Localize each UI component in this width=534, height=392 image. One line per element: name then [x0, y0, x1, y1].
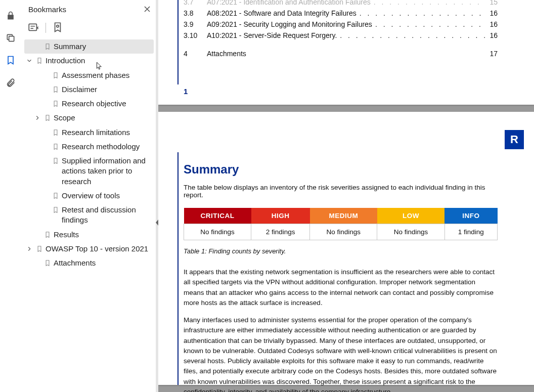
toc-dots: . . . . . . . . . . . . . . . . . . . . …	[357, 9, 485, 17]
toc-row[interactable]: 3.9A09:2021 - Security Logging and Monit…	[184, 20, 498, 28]
toc-num: 3.8	[184, 9, 207, 17]
toc-dots: . . . . . . . . . . . . . . . . . . . . …	[371, 0, 485, 6]
tree-label: Introduction	[46, 56, 152, 66]
bookmark-glyph-icon	[43, 259, 52, 267]
tree-item-attachments[interactable]: Attachments	[24, 256, 154, 270]
toc-title: A08:2021 - Software and Data Integrity F…	[207, 9, 357, 17]
bookmark-glyph-icon	[43, 114, 52, 122]
bookmark-glyph-icon	[52, 128, 60, 137]
toc-title: A07:2021 - Identification and Authentica…	[207, 0, 371, 6]
toc-page: 16	[485, 9, 498, 17]
tree-label: Research objective	[62, 99, 152, 109]
sev-cell: No findings	[184, 224, 251, 240]
chevron-right-icon[interactable]	[25, 245, 33, 253]
tree-item-summary[interactable]: Summary	[24, 39, 154, 54]
sev-cell: No findings	[310, 224, 377, 240]
app-root: Bookmarks Summary Introducti	[0, 0, 534, 392]
tree-label: Assessment phases	[62, 70, 152, 80]
bookmark-glyph-icon	[52, 157, 60, 165]
copy-icon[interactable]	[5, 32, 16, 43]
tree-item[interactable]: Research objective	[24, 97, 154, 111]
document-viewer[interactable]: 3.7A07:2021 - Identification and Authent…	[158, 0, 534, 392]
tree-item[interactable]: Supplied information and actions taken p…	[24, 154, 154, 189]
toc-num: 3.10	[184, 31, 207, 39]
toc-row[interactable]: 4Attachments.17	[184, 50, 498, 58]
options-icon[interactable]	[27, 21, 40, 34]
bookmark-glyph-icon	[52, 192, 60, 200]
tree-item-introduction[interactable]: Introduction	[24, 54, 154, 68]
toc-row[interactable]: 3.10A10:2021 - Server-Side Request Forge…	[184, 31, 498, 39]
margin-rule	[177, 152, 179, 385]
chevron-down-icon[interactable]	[25, 57, 33, 65]
sev-head-high: HIGH	[251, 208, 310, 224]
tree-item-owasp[interactable]: OWASP Top 10 - version 2021	[24, 242, 154, 256]
sev-cell: 2 findings	[251, 224, 310, 240]
chevron-right-icon[interactable]	[33, 114, 41, 122]
toc-block: 3.7A07:2021 - Identification and Authent…	[184, 0, 498, 61]
svg-rect-1	[29, 24, 36, 30]
toc-dots: . . . . . . . . . . . . . . . . . . . . …	[372, 20, 485, 28]
panel-header: Bookmarks	[21, 0, 156, 18]
tree-item[interactable]: Overview of tools	[24, 189, 154, 203]
tree-label: Summary	[54, 41, 152, 52]
toc-title: A10:2021 - Server-Side Request Forgery.	[207, 31, 337, 39]
tree-label: Research limitations	[62, 127, 152, 138]
page-2: R Summary The table below displays an in…	[158, 112, 534, 385]
toc-page: 15	[485, 0, 498, 6]
tree-item[interactable]: Retest and discussion findings	[24, 203, 154, 228]
toc-num: 3.9	[184, 20, 207, 28]
tree-label: Research methodology	[62, 142, 152, 152]
tree-label: Results	[54, 230, 152, 240]
tree-item[interactable]: Assessment phases	[24, 68, 154, 82]
toc-num: 4	[184, 50, 207, 58]
bookmark-glyph-icon	[35, 245, 43, 253]
tree-label: Overview of tools	[62, 191, 152, 201]
sev-cell: 1 finding	[444, 224, 497, 240]
bookmark-glyph-icon	[52, 100, 60, 108]
tree-label: Supplied information and actions taken p…	[62, 156, 152, 187]
tree-item[interactable]: Research limitations	[24, 125, 154, 140]
margin-rule	[177, 0, 179, 84]
bookmark-icon[interactable]	[5, 55, 16, 66]
tree-item[interactable]: Disclaimer	[24, 82, 154, 97]
toc-row[interactable]: 3.7A07:2021 - Identification and Authent…	[184, 0, 498, 6]
toc-row[interactable]: 3.8A08:2021 - Software and Data Integrit…	[184, 9, 498, 17]
brand-badge: R	[505, 130, 524, 149]
attachment-icon[interactable]	[5, 77, 16, 88]
panel-toolbar	[21, 18, 156, 38]
bookmark-tree: Summary Introduction Assessment phases D…	[21, 38, 156, 392]
tree-item-results[interactable]: Results	[24, 228, 154, 242]
tree-label: OWASP Top 10 - version 2021	[46, 244, 152, 254]
toc-num: 3.7	[184, 0, 207, 6]
toc-page: 16	[485, 31, 498, 39]
bookmark-glyph-icon	[52, 206, 60, 214]
svg-rect-0	[9, 36, 14, 41]
bookmark-glyph-icon	[52, 85, 60, 94]
bookmark-glyph-icon	[52, 143, 60, 151]
table-caption: Table 1: Finding counts by severity.	[184, 247, 498, 255]
toc-title: A09:2021 - Security Logging and Monitori…	[207, 20, 372, 28]
bookmark-glyph-icon	[52, 71, 60, 79]
bookmarks-panel: Bookmarks Summary Introducti	[21, 0, 156, 392]
sev-head-medium: MEDIUM	[310, 208, 377, 224]
sev-head-info: INFO	[444, 208, 497, 224]
page-1: 3.7A07:2021 - Identification and Authent…	[158, 0, 534, 105]
current-bookmark-icon[interactable]	[51, 21, 64, 34]
severity-table: CRITICAL HIGH MEDIUM LOW INFO No finding…	[184, 208, 498, 240]
toolbar-separator	[46, 23, 46, 33]
tree-item-scope[interactable]: Scope	[24, 111, 154, 125]
tree-label: Retest and discussion findings	[62, 205, 152, 226]
toc-page: 16	[485, 20, 498, 28]
sev-cell: No findings	[377, 224, 444, 240]
tree-item[interactable]: Research methodology	[24, 140, 154, 154]
page-number: 1	[184, 87, 188, 96]
tree-label: Attachments	[54, 258, 152, 268]
body-para: It appears that the existing network seg…	[184, 267, 498, 308]
close-icon[interactable]	[144, 6, 151, 13]
lock-icon[interactable]	[5, 10, 16, 21]
toc-dots: . . . . . . . . . . . . . . . . . . . . …	[337, 31, 485, 39]
bookmark-glyph-icon	[43, 42, 52, 51]
body-para: Many interfaces used to administer syste…	[184, 315, 498, 392]
icon-rail	[0, 0, 21, 392]
bookmark-glyph-icon	[43, 231, 52, 239]
